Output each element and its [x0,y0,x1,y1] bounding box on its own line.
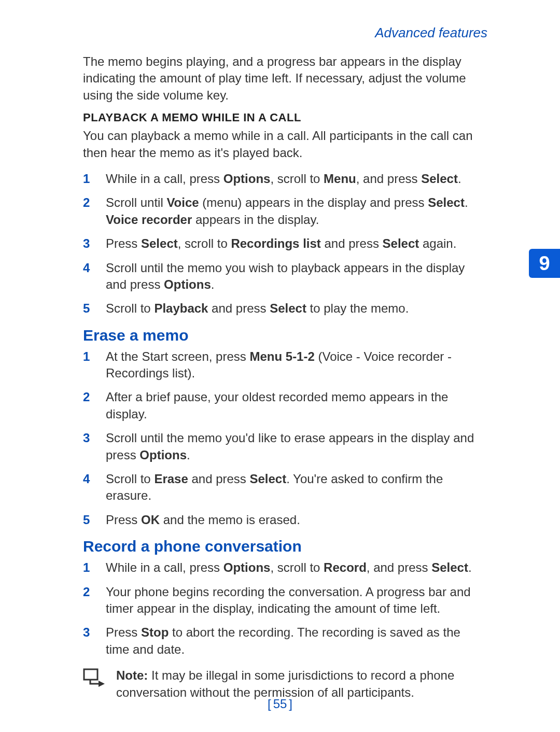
playback-steps-list: 1While in a call, press Options, scroll … [83,171,477,317]
page-number: [55] [0,697,560,711]
note-body: It may be illegal in some jurisdictions … [116,668,454,699]
list-item: 4Scroll until the memo you wish to playb… [83,260,477,293]
step-number: 1 [83,171,101,187]
list-item: 1At the Start screen, press Menu 5-1-2 (… [83,348,477,382]
step-number: 4 [83,471,101,487]
step-number: 5 [83,512,101,528]
step-text: While in a call, press Options, scroll t… [106,172,461,186]
record-steps-list: 1While in a call, press Options, scroll … [83,559,477,658]
erase-heading: Erase a memo [83,327,477,344]
step-number: 1 [83,348,101,365]
step-text: Scroll to Erase and press Select. You're… [106,472,443,502]
list-item: 5Scroll to Playback and press Select to … [83,300,477,317]
step-number: 1 [83,559,101,576]
list-item: 3Scroll until the memo you'd like to era… [83,430,477,463]
list-item: 5Press OK and the memo is erased. [83,512,477,528]
list-item: 3Press Select, scroll to Recordings list… [83,235,477,252]
chapter-tab: 9 [529,249,560,278]
step-number: 3 [83,235,101,252]
step-number: 5 [83,300,101,317]
step-number: 2 [83,194,101,211]
step-text: At the Start screen, press Menu 5-1-2 (V… [106,349,452,380]
list-item: 2Scroll until Voice (menu) appears in th… [83,194,477,228]
svg-rect-0 [84,669,97,680]
step-number: 3 [83,430,101,446]
step-text: Your phone begins recording the conversa… [106,585,471,615]
erase-steps-list: 1At the Start screen, press Menu 5-1-2 (… [83,348,477,529]
list-item: 1While in a call, press Options, scroll … [83,559,477,576]
step-text: Scroll until the memo you wish to playba… [106,261,465,291]
note-text: Note: It may be illegal in some jurisdic… [116,667,477,701]
step-text: Press Stop to abort the recording. The r… [106,625,460,656]
list-item: 3Press Stop to abort the recording. The … [83,624,477,658]
list-item: 2Your phone begins recording the convers… [83,584,477,617]
step-text: While in a call, press Options, scroll t… [106,560,472,574]
page-number-value: 55 [273,697,287,711]
list-item: 1While in a call, press Options, scroll … [83,171,477,187]
step-text: Scroll to Playback and press Select to p… [106,301,409,315]
note-label: Note: [116,668,148,682]
record-heading: Record a phone conversation [83,538,477,555]
note-block: Note: It may be illegal in some jurisdic… [83,667,477,701]
step-number: 3 [83,624,101,641]
playback-intro: You can playback a memo while in a call.… [83,128,477,161]
list-item: 4Scroll to Erase and press Select. You'r… [83,471,477,504]
step-text: After a brief pause, your oldest recorde… [106,390,448,420]
step-number: 2 [83,584,101,600]
step-number: 2 [83,389,101,405]
note-arrow-icon [83,668,106,689]
step-number: 4 [83,260,101,276]
manual-page: Advanced features The memo begins playin… [0,0,560,732]
step-text: Press Select, scroll to Recordings list … [106,236,456,250]
step-text: Scroll until Voice (menu) appears in the… [106,195,468,226]
step-text: Press OK and the memo is erased. [106,513,300,527]
list-item: 2After a brief pause, your oldest record… [83,389,477,423]
step-text: Scroll until the memo you'd like to eras… [106,431,474,461]
intro-paragraph: The memo begins playing, and a progress … [83,53,477,104]
section-header: Advanced features [83,25,487,41]
playback-heading: PLAYBACK A MEMO WHILE IN A CALL [83,111,477,124]
